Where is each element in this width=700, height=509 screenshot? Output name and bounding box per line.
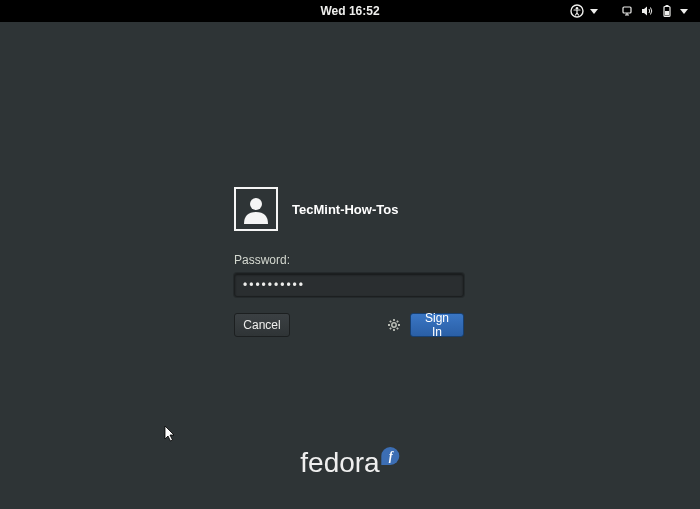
network-icon[interactable]: [620, 4, 634, 18]
svg-rect-2: [623, 7, 631, 13]
system-menu-arrow-icon[interactable]: [680, 9, 688, 14]
clock[interactable]: Wed 16:52: [320, 4, 379, 18]
top-panel: Wed 16:52: [0, 0, 700, 22]
password-input[interactable]: [234, 273, 464, 297]
accessibility-menu-arrow-icon[interactable]: [590, 9, 598, 14]
button-row: Cancel Sign: [234, 313, 464, 337]
user-row: TecMint-How-Tos: [234, 187, 466, 231]
svg-point-6: [250, 198, 262, 210]
mouse-cursor-icon: [164, 425, 178, 443]
distro-name: fedora: [300, 447, 379, 479]
sign-in-button[interactable]: Sign In: [410, 313, 464, 337]
avatar-placeholder-icon: [241, 194, 271, 224]
svg-line-15: [397, 321, 398, 322]
login-panel: TecMint-How-Tos Password: Cancel: [234, 187, 466, 337]
accessibility-icon[interactable]: [570, 4, 584, 18]
svg-point-7: [392, 323, 396, 327]
svg-rect-5: [665, 11, 669, 16]
svg-line-13: [397, 328, 398, 329]
svg-point-1: [576, 7, 579, 10]
cancel-button[interactable]: Cancel: [234, 313, 290, 337]
svg-rect-4: [666, 5, 669, 7]
avatar: [234, 187, 278, 231]
username-label: TecMint-How-Tos: [292, 202, 398, 217]
fedora-bubble-icon: f: [382, 447, 400, 465]
fedora-f-glyph: f: [389, 450, 393, 462]
gear-icon: [387, 318, 401, 332]
status-area: [570, 4, 700, 18]
session-options-button[interactable]: [384, 315, 404, 335]
svg-line-14: [390, 328, 391, 329]
distro-logo: fedora f: [300, 447, 399, 479]
password-label: Password:: [234, 253, 466, 267]
volume-icon[interactable]: [640, 4, 654, 18]
battery-icon[interactable]: [660, 4, 674, 18]
svg-line-12: [390, 321, 391, 322]
